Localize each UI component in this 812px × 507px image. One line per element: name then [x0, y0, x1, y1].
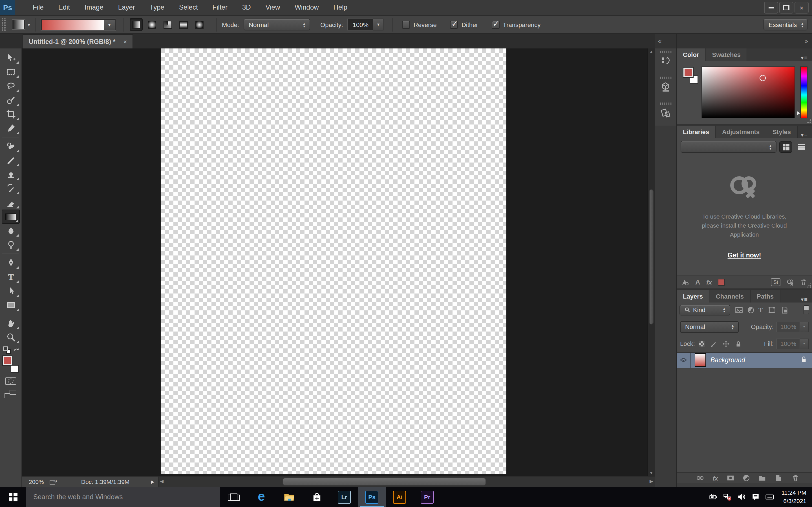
diamond-gradient-button[interactable]	[193, 18, 206, 31]
tab-adjustments[interactable]: Adjustments	[716, 126, 766, 138]
grid-view-button[interactable]	[779, 141, 792, 152]
type-tool[interactable]: T	[2, 270, 20, 284]
scroll-right-icon[interactable]: ▶	[650, 479, 653, 484]
expand-panels-button[interactable]: «	[655, 34, 676, 48]
menu-file[interactable]: File	[26, 0, 51, 15]
linear-gradient-button[interactable]	[130, 18, 142, 31]
tool-preset-picker[interactable]: ▾	[12, 20, 30, 29]
options-bar-grip[interactable]	[2, 18, 6, 31]
filter-smart-objects-button[interactable]	[780, 305, 789, 314]
reverse-checkbox[interactable]: Reverse	[402, 20, 437, 29]
power-battery-icon[interactable]	[709, 492, 718, 501]
add-graphic-button[interactable]	[681, 278, 689, 286]
menu-layer[interactable]: Layer	[111, 0, 142, 15]
menu-select[interactable]: Select	[172, 0, 205, 15]
lock-all-button[interactable]	[735, 340, 742, 347]
new-adjustment-layer-button[interactable]	[743, 475, 749, 481]
tab-channels[interactable]: Channels	[710, 290, 751, 302]
speaker-icon[interactable]	[737, 492, 746, 501]
photoshop-taskbar-button[interactable]: Ps	[358, 487, 386, 507]
menu-type[interactable]: Type	[142, 0, 172, 15]
tab-styles[interactable]: Styles	[766, 126, 798, 138]
filter-shape-layers-button[interactable]	[767, 305, 776, 314]
action-center-icon[interactable]	[751, 492, 760, 501]
close-tab-icon[interactable]: ×	[123, 38, 127, 45]
delete-layer-button[interactable]	[791, 474, 800, 482]
foreground-color-swatch[interactable]	[683, 68, 693, 77]
workspace-switcher[interactable]: Essentials ▴▾	[763, 18, 808, 31]
tab-swatches[interactable]: Swatches	[706, 48, 748, 61]
layer-style-button[interactable]: fx	[712, 474, 718, 482]
adobe-stock-button[interactable]: St	[771, 278, 780, 286]
touch-keyboard-icon[interactable]	[765, 492, 774, 501]
zoom-tool[interactable]	[2, 330, 20, 344]
lightroom-taskbar-button[interactable]: Lr	[331, 487, 358, 507]
rectangle-tool[interactable]	[2, 298, 20, 312]
lock-position-button[interactable]	[723, 340, 730, 347]
3d-panel-button[interactable]	[655, 74, 676, 100]
panel-menu-icon[interactable]: ▾≡	[801, 294, 812, 302]
transparency-checkbox[interactable]: ✓ Transparency	[492, 20, 541, 29]
lock-transparency-button[interactable]	[699, 341, 705, 347]
blur-tool[interactable]	[2, 224, 20, 238]
dither-checkbox[interactable]: ✓ Dither	[450, 20, 478, 29]
blend-mode-select[interactable]: Normal ▴▾	[244, 18, 310, 31]
tab-color[interactable]: Color	[677, 48, 706, 61]
hue-slider-pointer[interactable]	[797, 111, 800, 115]
menu-image[interactable]: Image	[77, 0, 111, 15]
panel-menu-icon[interactable]: ▾≡	[801, 52, 812, 61]
share-icon[interactable]: ➔	[50, 478, 57, 485]
quick-mask-mode-button[interactable]	[5, 378, 16, 385]
pen-tool[interactable]	[2, 256, 20, 270]
store-taskbar-button[interactable]	[303, 487, 331, 507]
collapse-panels-button[interactable]: »	[677, 34, 812, 48]
tab-layers[interactable]: Layers	[677, 290, 710, 302]
document-canvas[interactable]	[161, 48, 506, 474]
menu-help[interactable]: Help	[326, 0, 355, 15]
filter-toggle-switch[interactable]	[804, 305, 809, 314]
file-explorer-taskbar-button[interactable]	[275, 487, 303, 507]
premiere-taskbar-button[interactable]: Pr	[413, 487, 441, 507]
zoom-level-field[interactable]: 200%	[22, 478, 50, 485]
tab-paths[interactable]: Paths	[751, 290, 780, 302]
horizontal-scrollbar-thumb[interactable]	[283, 478, 486, 486]
eyedropper-tool[interactable]	[2, 121, 20, 135]
restore-button[interactable]	[779, 2, 794, 13]
path-selection-tool[interactable]	[2, 284, 20, 298]
add-fill-color-button[interactable]	[718, 279, 725, 285]
rectangular-marquee-tool[interactable]	[2, 65, 20, 79]
layer-thumbnail[interactable]	[695, 353, 706, 367]
vertical-scrollbar-thumb[interactable]	[649, 189, 654, 325]
add-layer-style-button[interactable]: fx	[706, 279, 712, 285]
menu-view[interactable]: View	[258, 0, 288, 15]
task-view-button[interactable]	[220, 487, 248, 507]
add-character-style-button[interactable]: A	[695, 278, 700, 286]
menu-edit[interactable]: Edit	[51, 0, 77, 15]
crop-tool[interactable]	[2, 107, 20, 121]
close-button[interactable]: ×	[795, 2, 809, 13]
status-popup-arrow-icon[interactable]: ▶	[151, 479, 154, 484]
opacity-input[interactable]: 100%	[348, 18, 373, 31]
saturation-brightness-field[interactable]	[702, 66, 795, 118]
device-preview-panel-button[interactable]	[655, 100, 676, 126]
brush-tool[interactable]	[2, 153, 20, 167]
reflected-gradient-button[interactable]	[177, 18, 190, 31]
move-tool[interactable]	[2, 51, 20, 65]
document-tab[interactable]: Untitled-1 @ 200% (RGB/8) * ×	[22, 34, 133, 48]
scroll-up-icon[interactable]: ▲	[648, 50, 655, 54]
taskbar-search-input[interactable]: Search the web and Windows	[26, 487, 220, 507]
panel-menu-icon[interactable]: ▾≡	[801, 129, 812, 138]
swap-colors-icon[interactable]	[12, 346, 20, 354]
spot-healing-brush-tool[interactable]	[2, 139, 20, 153]
eraser-tool[interactable]	[2, 195, 20, 210]
opacity-dropdown-button[interactable]: ▾	[373, 18, 384, 31]
hand-tool[interactable]	[2, 316, 20, 330]
clone-stamp-tool[interactable]	[2, 167, 20, 181]
get-it-now-link[interactable]: Get it now!	[728, 251, 761, 258]
history-brush-tool[interactable]	[2, 181, 20, 195]
link-layers-button[interactable]	[696, 474, 704, 482]
color-picker-cursor[interactable]	[759, 75, 765, 81]
lasso-tool[interactable]	[2, 79, 20, 93]
panel-resize-grip[interactable]	[806, 118, 811, 123]
cc-sync-disabled-button[interactable]	[786, 278, 794, 286]
